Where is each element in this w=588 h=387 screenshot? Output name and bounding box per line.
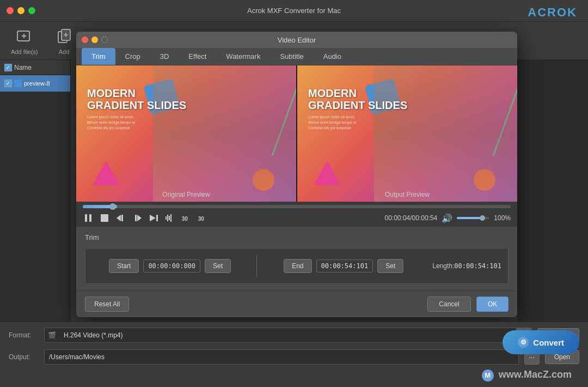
maximize-button[interactable] [28, 7, 35, 14]
tab-subtitle[interactable]: Subtitle [270, 48, 313, 65]
trim-end-group: End 00:00:54:101 Set [266, 259, 421, 273]
format-row: Format: 🎬 H.264 Video (*.mp4) ▼ Settings [9, 326, 579, 344]
end-button[interactable]: End [284, 259, 311, 273]
right-panel [517, 60, 588, 332]
convert-button[interactable]: ⚙ Convert [503, 330, 579, 354]
add-label: Add [59, 49, 70, 55]
start-set-button[interactable]: Set [205, 259, 231, 273]
app-title: Acrok MXF Converter for Mac [247, 7, 341, 15]
tab-trim[interactable]: Trim [82, 48, 115, 65]
tab-crop[interactable]: Crop [115, 48, 150, 65]
original-thumbnail: MODERN GRADIENT SLIDES Lorem ipsum dolor… [76, 65, 296, 202]
file-icon [14, 80, 22, 87]
svg-text:30: 30 [198, 216, 205, 222]
minimize-button[interactable] [17, 7, 24, 14]
forward-30-button[interactable]: 30 [197, 213, 208, 223]
progress-bar[interactable] [83, 205, 511, 208]
volume-handle[interactable] [480, 215, 485, 221]
controls-row: 30 30 00:00:04/00:00:54 🔊 [83, 213, 511, 223]
modal-title: Video Editor [278, 36, 316, 44]
watermark-text: www.MacZ.com [499, 369, 572, 380]
ok-button[interactable]: OK [476, 297, 509, 312]
file-checkbox[interactable]: ✓ [4, 80, 12, 87]
header-checkbox[interactable]: ✓ [4, 64, 12, 71]
close-button[interactable] [7, 7, 14, 14]
video-subtitle: Lorem ipsum dolor sit amet,Bitrum enim l… [87, 114, 186, 130]
pause-button[interactable] [83, 213, 94, 223]
sidebar: ✓ Name ✓ preview-8 [0, 60, 71, 332]
skip-end-icon [148, 213, 159, 223]
output-row: Output: /Users/mac/Movies ··· Open [9, 348, 579, 366]
progress-handle[interactable] [109, 203, 116, 210]
rewind-icon [115, 213, 126, 223]
output-thumbnail: MODERN GRADIENT SLIDES Lorem ipsum dolor… [297, 65, 517, 202]
forward-30-icon: 30 [197, 213, 208, 223]
file-name: preview-8 [24, 80, 50, 87]
output-subtitle: Lorem ipsum dolor sit amet,Bitrum enim l… [308, 114, 407, 130]
tab-bar: Trim Crop 3D Effect Watermark Subtitle A… [76, 48, 517, 65]
trim-section-label: Trim [85, 233, 509, 241]
rewind-30-button[interactable]: 30 [181, 213, 192, 223]
watermark: M www.MacZ.com [482, 369, 572, 382]
deco-triangle [93, 161, 120, 185]
add-button[interactable]: Add [54, 27, 74, 55]
audio-toggle[interactable] [164, 213, 175, 223]
fastforward-icon [132, 213, 143, 223]
rewind-button[interactable] [115, 213, 126, 223]
cancel-button[interactable]: Cancel [427, 297, 470, 312]
tab-effect[interactable]: Effect [179, 48, 216, 65]
output-title-line2: GRADIENT SLIDES [308, 99, 407, 111]
modal-max-button [101, 37, 108, 43]
video-editor-modal: Video Editor Trim Crop 3D Effect Waterma… [76, 32, 517, 317]
trim-section: Trim Start 00:00:00:000 Set End 00:00:54… [76, 227, 517, 291]
reset-all-button[interactable]: Reset All [85, 297, 129, 312]
trim-controls: Start 00:00:00:000 Set End 00:00:54:101 … [85, 248, 509, 284]
svg-rect-17 [89, 214, 91, 222]
fastforward-button[interactable] [132, 213, 143, 223]
tab-watermark[interactable]: Watermark [216, 48, 270, 65]
add-icon [56, 28, 72, 45]
output-path: /Users/mac/Movies [44, 349, 519, 365]
tab-3d[interactable]: 3D [150, 48, 179, 65]
format-label: Format: [9, 331, 39, 339]
video-title-line2: GRADIENT SLIDES [87, 99, 186, 111]
trim-length-value: 00:00:54:101 [454, 262, 501, 270]
trim-separator [256, 255, 257, 277]
speaker-icon[interactable]: 🔊 [442, 213, 452, 223]
svg-marker-19 [117, 215, 121, 221]
app-window: Acrok MXF Converter for Mac ACROK Add fi… [0, 0, 588, 387]
svg-rect-24 [156, 215, 158, 221]
svg-marker-23 [150, 215, 156, 221]
format-file-icon: 🎬 [45, 331, 59, 339]
video-title-line1: MODERN [87, 87, 186, 99]
format-value: H.264 Video (*.mp4) [59, 328, 516, 343]
deco-triangle-2 [314, 161, 341, 185]
svg-rect-20 [121, 215, 123, 221]
tab-audio[interactable]: Audio [314, 48, 351, 65]
pause-icon [83, 213, 94, 223]
modal-close-button[interactable] [82, 37, 88, 43]
modal-min-button[interactable] [91, 37, 98, 43]
stop-icon [99, 213, 110, 223]
modal-titlebar: Video Editor [76, 32, 517, 48]
start-button[interactable]: Start [109, 259, 139, 273]
window-controls [7, 7, 35, 14]
app-logo: ACROK [528, 5, 577, 20]
svg-rect-18 [101, 214, 108, 222]
time-display: 00:00:04/00:00:54 🔊 100% [385, 213, 511, 223]
sidebar-file-row[interactable]: ✓ preview-8 [0, 75, 70, 92]
skip-end-button[interactable] [148, 213, 159, 223]
end-set-button[interactable]: Set [377, 259, 403, 273]
sidebar-header: ✓ Name [0, 60, 70, 75]
stop-button[interactable] [99, 213, 110, 223]
person-bg [153, 65, 296, 202]
convert-icon: ⚙ [518, 337, 529, 348]
title-bar: Acrok MXF Converter for Mac ACROK [0, 0, 588, 22]
svg-rect-16 [85, 214, 87, 222]
trim-length-label: Length: [432, 262, 454, 270]
volume-slider[interactable] [457, 217, 489, 219]
start-time: 00:00:00:000 [143, 259, 200, 273]
add-files-button[interactable]: Add file(s) [11, 27, 38, 55]
playback-bar: 30 30 00:00:04/00:00:54 🔊 [76, 202, 517, 227]
add-files-label: Add file(s) [11, 49, 38, 55]
